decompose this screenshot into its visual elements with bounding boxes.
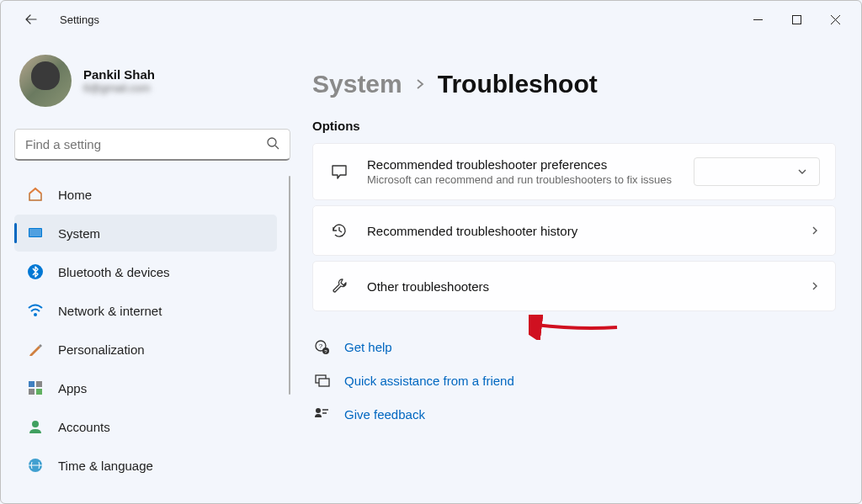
sidebar-item-accounts[interactable]: Accounts (14, 408, 277, 445)
breadcrumb-current: Troubleshoot (438, 70, 598, 98)
svg-rect-6 (29, 381, 35, 387)
card-history[interactable]: Recommended troubleshooter history (312, 205, 836, 256)
svg-rect-3 (29, 229, 41, 236)
sidebar-item-bluetooth[interactable]: Bluetooth & devices (14, 253, 277, 290)
profile-name: Pankil Shah (83, 67, 155, 82)
link-label: Give feedback (344, 407, 425, 422)
content-area: Pankil Shah 6@gmail.com Home System (1, 38, 861, 503)
main-panel: System Troubleshoot Options Recommended … (304, 38, 861, 503)
nav: Home System Bluetooth & devices Network … (14, 176, 290, 503)
help-links: ?? Get help Quick assistance from a frie… (312, 330, 836, 431)
svg-point-10 (32, 421, 39, 427)
link-get-help[interactable]: ?? Get help (312, 330, 836, 363)
accounts-icon (26, 417, 45, 436)
svg-rect-9 (36, 389, 42, 395)
search-box[interactable] (14, 129, 290, 161)
svg-point-5 (34, 313, 37, 316)
sidebar-item-label: Home (58, 188, 92, 202)
sidebar-item-apps[interactable]: Apps (14, 369, 277, 406)
sidebar-item-label: Network & internet (58, 304, 162, 318)
sidebar-item-personalization[interactable]: Personalization (14, 331, 277, 368)
card-other-troubleshooters[interactable]: Other troubleshooters (312, 261, 836, 311)
feedback-icon (312, 405, 331, 423)
breadcrumb: System Troubleshoot (312, 70, 836, 98)
quick-assist-icon (312, 371, 331, 390)
sidebar-item-label: Accounts (58, 420, 110, 434)
apps-icon (26, 379, 45, 397)
svg-rect-17 (319, 379, 329, 386)
link-label: Get help (344, 340, 392, 354)
history-icon (328, 220, 350, 241)
sidebar-item-network[interactable]: Network & internet (14, 292, 277, 329)
sidebar-item-label: Personalization (58, 342, 145, 357)
wrench-icon (328, 275, 350, 297)
card-body: Other troubleshooters (367, 279, 796, 294)
bluetooth-icon (26, 263, 45, 281)
svg-point-1 (268, 138, 276, 146)
search-icon (266, 136, 279, 153)
sidebar-item-label: System (58, 226, 100, 241)
system-icon (26, 224, 45, 242)
sidebar-item-label: Bluetooth & devices (58, 265, 170, 279)
search-input[interactable] (25, 137, 266, 151)
sidebar-item-system[interactable]: System (14, 215, 277, 252)
sidebar: Pankil Shah 6@gmail.com Home System (1, 38, 304, 503)
sidebar-item-home[interactable]: Home (14, 176, 277, 213)
card-body: Recommended troubleshooter preferences M… (367, 157, 680, 186)
card-body: Recommended troubleshooter history (367, 224, 796, 238)
link-quick-assist[interactable]: Quick assistance from a friend (312, 363, 836, 397)
card-control (694, 157, 820, 186)
link-label: Quick assistance from a friend (344, 374, 514, 388)
card-preferences[interactable]: Recommended troubleshooter preferences M… (312, 143, 836, 200)
preferences-dropdown[interactable] (694, 157, 820, 186)
close-button[interactable] (816, 6, 854, 33)
svg-point-18 (316, 408, 321, 413)
card-subtitle: Microsoft can recommend and run troubles… (367, 173, 680, 186)
svg-rect-8 (29, 389, 35, 395)
window-title: Settings (60, 13, 99, 26)
card-title: Other troubleshooters (367, 279, 796, 294)
sidebar-item-label: Apps (58, 381, 87, 395)
profile-text: Pankil Shah 6@gmail.com (83, 67, 155, 94)
svg-text:?: ? (319, 342, 323, 350)
minimize-button[interactable] (738, 6, 777, 33)
nav-scrollbar[interactable] (289, 176, 290, 395)
titlebar: Settings (1, 1, 861, 38)
sidebar-item-label: Time & language (58, 459, 153, 473)
help-icon: ?? (312, 337, 331, 356)
maximize-icon (792, 15, 801, 24)
card-title: Recommended troubleshooter preferences (367, 157, 680, 172)
home-icon (26, 185, 45, 204)
back-button[interactable] (18, 6, 45, 33)
card-title: Recommended troubleshooter history (367, 224, 796, 238)
chevron-right-icon (810, 281, 820, 291)
profile-section[interactable]: Pankil Shah 6@gmail.com (14, 51, 290, 122)
chevron-right-icon (810, 225, 820, 236)
comment-icon (328, 161, 350, 183)
maximize-button[interactable] (777, 6, 816, 33)
section-title: Options (312, 119, 836, 133)
sidebar-item-time[interactable]: Time & language (14, 447, 277, 484)
profile-email: 6@gmail.com (83, 82, 155, 94)
back-arrow-icon (24, 13, 38, 26)
breadcrumb-parent[interactable]: System (312, 70, 402, 98)
chevron-down-icon (797, 167, 807, 177)
time-icon (26, 456, 45, 475)
minimize-icon (753, 15, 763, 24)
chevron-right-icon (414, 75, 426, 94)
personalization-icon (26, 340, 45, 358)
svg-rect-0 (792, 15, 801, 24)
network-icon (26, 301, 45, 320)
window-controls (738, 6, 854, 33)
link-feedback[interactable]: Give feedback (312, 397, 836, 431)
svg-rect-7 (36, 381, 42, 387)
close-icon (831, 15, 840, 24)
avatar (19, 55, 72, 107)
